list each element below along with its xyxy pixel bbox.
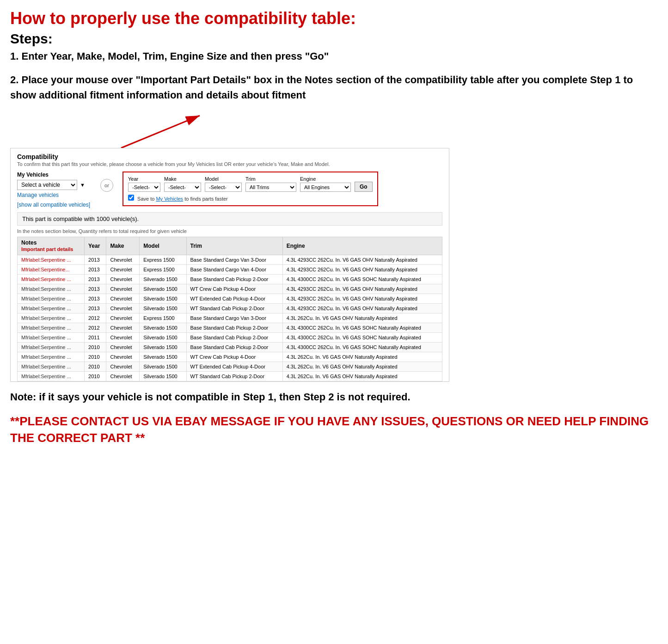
table-row-model: Silverado 1500 [140,342,186,352]
table-row-notes: Mfrlabel:Serpentine ... [18,332,85,342]
year-label: Year [128,176,160,182]
col-make: Make [106,237,140,255]
table-row-year: 2010 [85,342,106,352]
compatible-count: This part is compatible with 1000 vehicl… [17,212,442,226]
arrow-diagram [107,111,227,153]
save-link[interactable]: My Vehicles [156,196,183,202]
col-notes: Notes Important part details [18,237,85,255]
table-row-trim: Base Standard Cab Pickup 2-Door [186,274,282,284]
table-row-engine: 4.3L 262Cu. In. V6 GAS OHV Naturally Asp… [282,313,442,323]
table-row-year: 2013 [85,264,106,274]
col-trim: Trim [186,237,282,255]
table-row-engine: 4.3L 4293CC 262Cu. In. V6 GAS OHV Natura… [282,303,442,313]
compatibility-widget: Compatibility To confirm that this part … [10,148,449,382]
compatibility-table: Notes Important part details Year Make M… [17,237,442,381]
table-row-model: Express 1500 [140,264,186,274]
my-vehicles-label: My Vehicles [17,172,91,178]
col-model: Model [140,237,186,255]
table-row-engine: 4.3L 262Cu. In. V6 GAS OHV Naturally Asp… [282,352,442,362]
table-row-trim: Base Standard Cargo Van 3-Door [186,255,282,264]
table-row-make: Chevrolet [106,313,140,323]
table-row-trim: Base Standard Cargo Van 4-Door [186,264,282,274]
show-all-link[interactable]: [show all compatible vehicles] [17,202,90,208]
table-row-year: 2010 [85,362,106,371]
table-row-model: Silverado 1500 [140,362,186,371]
table-row-trim: WT Crew Cab Pickup 4-Door [186,284,282,294]
table-row-notes: Mfrlabel:Serpentine ... [18,352,85,362]
compat-title: Compatibility [17,153,442,160]
table-row-engine: 4.3L 4293CC 262Cu. In. V6 GAS OHV Natura… [282,264,442,274]
notes-subheader: Important part details [21,246,73,252]
table-row-make: Chevrolet [106,371,140,381]
table-row-model: Silverado 1500 [140,284,186,294]
engine-label: Engine [300,176,351,182]
model-select[interactable]: -Select- [205,183,242,192]
table-row-notes: Mfrlabel:Serpentine ... [18,342,85,352]
table-row-year: 2010 [85,371,106,381]
table-row-trim: WT Extended Cab Pickup 4-Door [186,362,282,371]
table-row-make: Chevrolet [106,323,140,332]
engine-field: Engine All Engines [300,176,351,192]
table-row-trim: WT Standard Cab Pickup 2-Door [186,371,282,381]
table-row-make: Chevrolet [106,255,140,264]
my-vehicles-section: My Vehicles Select a vehicle ▼ Manage ve… [17,172,91,209]
engine-select[interactable]: All Engines [300,183,351,192]
table-row-make: Chevrolet [106,284,140,294]
table-row-trim: Base Standard Cab Pickup 2-Door [186,323,282,332]
table-row-year: 2012 [85,323,106,332]
table-row-make: Chevrolet [106,274,140,284]
table-row-model: Silverado 1500 [140,352,186,362]
table-row-year: 2010 [85,352,106,362]
table-row-engine: 4.3L 4293CC 262Cu. In. V6 GAS OHV Natura… [282,255,442,264]
table-row-trim: WT Standard Cab Pickup 2-Door [186,303,282,313]
model-field: Model -Select- [205,176,242,192]
ymm-section: Year -Select- Make -Select- Model -Selec… [123,172,378,206]
table-row-year: 2013 [85,303,106,313]
main-title: How to properly use the compatibility ta… [10,8,658,28]
table-row-notes: Mfrlabel:Serpentine ... [18,284,85,294]
table-row-trim: Base Standard Cab Pickup 2-Door [186,332,282,342]
table-row-make: Chevrolet [106,332,140,342]
table-row-notes: Mfrlabel:Serpentine ... [18,371,85,381]
table-row-model: Silverado 1500 [140,274,186,284]
save-checkbox[interactable] [128,195,134,201]
table-row-notes: Mfrlabel:Serpentine ... [18,323,85,332]
table-row-model: Silverado 1500 [140,371,186,381]
or-divider: or [100,179,113,192]
save-label: Save to My Vehicles to finds parts faste… [137,196,228,202]
select-vehicle-dropdown[interactable]: Select a vehicle [17,180,77,190]
trim-field: Trim All Trims [245,176,296,192]
table-row-notes: Mfrlabel:Serpentine ... [18,313,85,323]
table-row-engine: 4.3L 4300CC 262Cu. In. V6 GAS SOHC Natur… [282,274,442,284]
col-engine: Engine [282,237,442,255]
make-label: Make [164,176,201,182]
table-row-trim: Base Standard Cab Pickup 2-Door [186,342,282,352]
svg-line-1 [121,116,200,148]
table-row-make: Chevrolet [106,294,140,303]
table-row-engine: 4.3L 4300CC 262Cu. In. V6 GAS SOHC Natur… [282,332,442,342]
table-row-notes: Mfrlabel:Serpentine ... [18,362,85,371]
make-select[interactable]: -Select- [164,183,201,192]
table-row-make: Chevrolet [106,342,140,352]
trim-select[interactable]: All Trims [245,183,296,192]
table-row-model: Silverado 1500 [140,332,186,342]
table-row-year: 2013 [85,284,106,294]
compat-subtitle: To confirm that this part fits your vehi… [17,161,442,167]
make-field: Make -Select- [164,176,201,192]
notes-header: Notes [21,239,37,246]
model-label: Model [205,176,242,182]
table-row-engine: 4.3L 262Cu. In. V6 GAS OHV Naturally Asp… [282,371,442,381]
year-select[interactable]: -Select- [128,183,160,192]
table-row-make: Chevrolet [106,303,140,313]
go-button[interactable]: Go [355,182,373,192]
steps-heading: Steps: [10,31,658,47]
table-row-year: 2013 [85,274,106,284]
table-row-make: Chevrolet [106,264,140,274]
table-row-notes: Mfrlabel:Serpentine ... [18,303,85,313]
trim-label: Trim [245,176,296,182]
save-row: Save to My Vehicles to finds parts faste… [128,195,373,202]
table-row-engine: 4.3L 262Cu. In. V6 GAS OHV Naturally Asp… [282,362,442,371]
table-row-engine: 4.3L 4300CC 262Cu. In. V6 GAS SOHC Natur… [282,323,442,332]
manage-vehicles-link[interactable]: Manage vehicles [17,192,91,198]
col-year: Year [85,237,106,255]
